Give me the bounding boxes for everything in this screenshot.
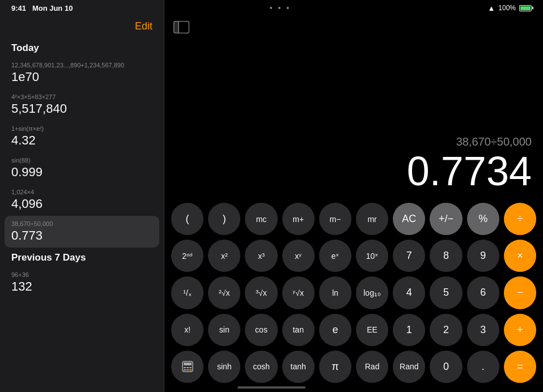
tan-key[interactable]: tan <box>282 314 315 346</box>
battery-icon <box>519 5 532 11</box>
sidebar-toggle-button[interactable] <box>173 19 194 35</box>
log10-key[interactable]: log₁₀ <box>356 276 388 309</box>
ln-key[interactable]: ln <box>319 276 351 309</box>
history-sidebar: Edit Today 12,345,678,901,23...,890+1,23… <box>0 0 164 392</box>
subtract-key[interactable]: − <box>504 276 536 309</box>
zero-key[interactable]: 0 <box>430 351 462 383</box>
previous-label: Previous 7 Days <box>0 248 164 267</box>
rad-key[interactable]: Rad <box>356 351 388 383</box>
history-expr: 38,670÷50,000 <box>11 220 152 227</box>
euler-key[interactable]: e <box>319 314 351 346</box>
paren-close-key[interactable]: ) <box>208 203 240 235</box>
history-result: 1e70 <box>11 70 152 84</box>
cube-key[interactable]: x³ <box>245 240 277 272</box>
seven-key[interactable]: 7 <box>393 240 425 272</box>
tanh-key[interactable]: tanh <box>282 351 315 383</box>
svg-rect-2 <box>174 22 179 33</box>
status-indicators: ▲ 100% <box>487 4 532 12</box>
history-result: 4,096 <box>11 197 152 211</box>
today-label: Today <box>0 38 164 57</box>
factorial-key[interactable]: x! <box>171 314 203 346</box>
cosh-key[interactable]: cosh <box>245 351 277 383</box>
m-minus-key[interactable]: m− <box>319 203 351 235</box>
svg-rect-10 <box>189 369 192 370</box>
calculator: 38,670÷50,000 0.7734 ()mcm+m−mrAC+/−%÷2ⁿ… <box>164 0 543 392</box>
time: 9:41 <box>11 4 26 12</box>
svg-rect-4 <box>184 363 192 365</box>
history-result: 0.773 <box>11 228 152 243</box>
divide-key[interactable]: ÷ <box>504 203 536 235</box>
sinh-key[interactable]: sinh <box>208 351 240 383</box>
power-y-key[interactable]: xʸ <box>282 240 315 272</box>
e-power-key[interactable]: eˣ <box>319 240 351 272</box>
add-key[interactable]: + <box>504 314 536 346</box>
history-result: 132 <box>11 279 152 294</box>
six-key[interactable]: 6 <box>467 276 499 309</box>
date: Mon Jun 10 <box>32 4 73 12</box>
second-key[interactable]: 2ⁿᵈ <box>171 240 203 272</box>
home-indicator <box>237 386 306 389</box>
history-item[interactable]: 4²×3×5×83×277 5,517,840 <box>0 89 164 121</box>
square-key[interactable]: x² <box>208 240 240 272</box>
yroot-key[interactable]: ʸ√x <box>282 276 315 309</box>
four-key[interactable]: 4 <box>393 276 425 309</box>
history-item[interactable]: 12,345,678,901,23...,890+1,234,567,890 1… <box>0 57 164 89</box>
mr-key[interactable]: mr <box>356 203 388 235</box>
sqrt-key[interactable]: ²√x <box>208 276 240 309</box>
reciprocal-key[interactable]: ¹/ₓ <box>171 276 203 309</box>
cos-key[interactable]: cos <box>245 314 277 346</box>
svg-rect-6 <box>186 367 189 368</box>
history-item[interactable]: 1+sin(π×e!) 4.32 <box>0 121 164 152</box>
toggle-sign-key[interactable]: +/− <box>430 203 462 235</box>
paren-open-key[interactable]: ( <box>171 203 203 235</box>
percent-key[interactable]: % <box>467 203 499 235</box>
svg-rect-5 <box>184 367 186 368</box>
display-result: 0.7734 <box>407 151 532 191</box>
display-expression: 38,670÷50,000 <box>456 135 532 148</box>
battery-percent: 100% <box>498 4 516 12</box>
five-key[interactable]: 5 <box>430 276 462 309</box>
status-bar: 9:41 Mon Jun 10 • • • ▲ 100% <box>0 0 543 16</box>
status-time: 9:41 Mon Jun 10 <box>11 4 73 12</box>
history-result: 0.999 <box>11 165 152 180</box>
wifi-icon: ▲ <box>487 4 495 12</box>
today-history-list: 12,345,678,901,23...,890+1,234,567,890 1… <box>0 57 164 248</box>
eight-key[interactable]: 8 <box>430 240 462 272</box>
history-result: 4.32 <box>11 133 152 148</box>
history-item[interactable]: 96+36 132 <box>0 267 164 299</box>
calc-icon-key[interactable] <box>171 351 203 383</box>
history-item[interactable]: sin(88) 0.999 <box>0 152 164 184</box>
decimal-key[interactable]: . <box>467 351 499 383</box>
svg-rect-9 <box>186 369 189 370</box>
history-expr: 1+sin(π×e!) <box>11 125 152 132</box>
previous-history-list: 96+36 132 <box>0 267 164 299</box>
mc-key[interactable]: mc <box>245 203 277 235</box>
history-item[interactable]: 38,670÷50,000 0.773 <box>5 216 159 248</box>
ee-key[interactable]: EE <box>356 314 388 346</box>
multiply-key[interactable]: × <box>504 240 536 272</box>
three-key[interactable]: 3 <box>467 314 499 346</box>
history-expr: 4²×3×5×83×277 <box>11 93 152 100</box>
two-key[interactable]: 2 <box>430 314 462 346</box>
one-key[interactable]: 1 <box>393 314 425 346</box>
history-result: 5,517,840 <box>11 101 152 116</box>
history-expr: 12,345,678,901,23...,890+1,234,567,890 <box>11 62 152 69</box>
history-expr: 96+36 <box>11 271 152 278</box>
display: 38,670÷50,000 0.7734 <box>164 40 543 198</box>
ten-power-key[interactable]: 10ˣ <box>356 240 388 272</box>
cbrt-key[interactable]: ³√x <box>245 276 277 309</box>
history-expr: 1,024×4 <box>11 189 152 195</box>
pi-key[interactable]: π <box>319 351 351 383</box>
rand-key[interactable]: Rand <box>393 351 425 383</box>
history-item[interactable]: 1,024×4 4,096 <box>0 184 164 216</box>
edit-button[interactable]: Edit <box>135 20 152 32</box>
nine-key[interactable]: 9 <box>467 240 499 272</box>
status-dots: • • • <box>270 3 291 12</box>
equals-key[interactable]: = <box>504 351 536 383</box>
m-plus-key[interactable]: m+ <box>282 203 315 235</box>
sin-key[interactable]: sin <box>208 314 240 346</box>
keypad: ()mcm+m−mrAC+/−%÷2ⁿᵈx²x³xʸeˣ10ˣ789×¹/ₓ²√… <box>164 198 543 392</box>
svg-rect-7 <box>189 367 192 368</box>
ac-key[interactable]: AC <box>393 203 425 235</box>
history-expr: sin(88) <box>11 157 152 164</box>
